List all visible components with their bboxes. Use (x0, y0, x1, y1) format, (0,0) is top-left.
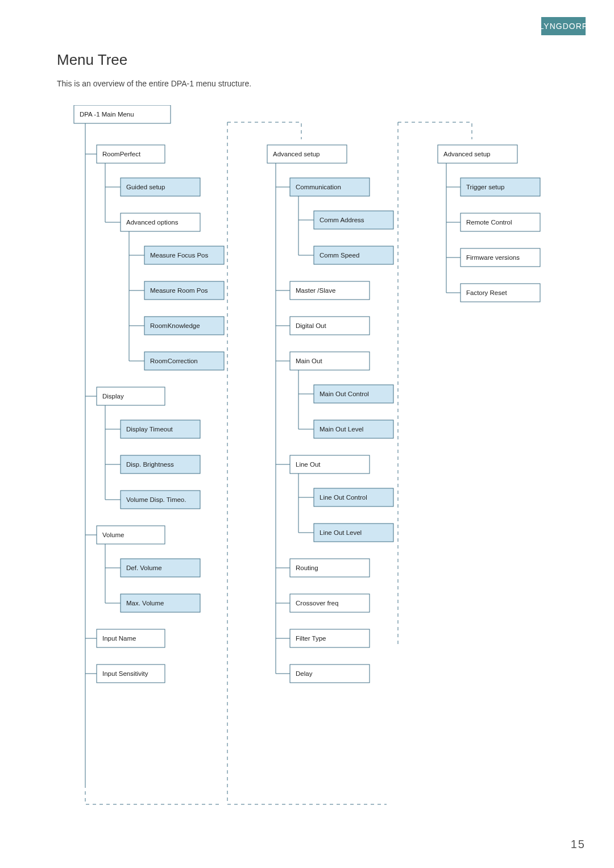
node-Trigger-setup-label: Trigger setup (466, 184, 504, 190)
col1-dashed (85, 784, 222, 804)
root-node-label: DPA -1 Main Menu (80, 111, 134, 118)
node-Volume-label: Volume (102, 531, 124, 538)
node-Delay-label: Delay (296, 670, 313, 677)
node-Main-Out-Control-label: Main Out Control (320, 391, 369, 397)
node-Disp-Brightness-label: Disp. Brightness (126, 461, 174, 468)
node-Measure-Room-Pos-label: Measure Room Pos (150, 287, 208, 294)
menu-tree-diagram: DPA -1 Main MenuRoomPerfectGuided setupA… (51, 105, 597, 810)
col3-advanced-setup-label: Advanced setup (443, 151, 490, 157)
node-Display-Timeout-label: Display Timeout (126, 426, 173, 433)
node-Guided-setup-label: Guided setup (126, 184, 165, 190)
node-Comm-Speed-label: Comm Speed (320, 252, 359, 259)
node-Advanced-options-label: Advanced options (126, 219, 179, 226)
page-number: 15 (571, 838, 586, 851)
brand-logo: LYNGDORF (541, 17, 586, 35)
col2-advanced-setup-label: Advanced setup (273, 151, 320, 157)
node-Factory-Reset-label: Factory Reset (466, 289, 507, 296)
node-Comm-Address-label: Comm Address (320, 217, 364, 223)
brand-text: LYNGDORF (540, 22, 588, 31)
node-Line-Out-Control-label: Line Out Control (320, 494, 367, 501)
node-Measure-Focus-Pos-label: Measure Focus Pos (150, 252, 209, 259)
node-Volume-Disp-Timeo--label: Volume Disp. Timeo. (126, 496, 186, 503)
node-Crossover-freq-label: Crossover freq (296, 600, 338, 607)
node-Line-Out-Level-label: Line Out Level (320, 529, 362, 536)
node-RoomCorrection-label: RoomCorrection (150, 358, 198, 364)
col3-top-dashed (398, 122, 472, 139)
node-Max-Volume-label: Max. Volume (126, 600, 164, 607)
page-title: Menu Tree (57, 51, 580, 69)
col2-top-dashed (227, 122, 301, 139)
node-RoomPerfect-label: RoomPerfect (102, 151, 141, 157)
node-Communication-label: Communication (296, 184, 341, 190)
node-RoomKnowledge-label: RoomKnowledge (150, 322, 200, 329)
node-Remote-Control-label: Remote Control (466, 219, 512, 226)
node-Def-Volume-label: Def. Volume (126, 564, 162, 571)
page-subtitle: This is an overview of the entire DPA-1 … (57, 79, 580, 88)
node-Filter-Type-label: Filter Type (296, 635, 326, 642)
node-Routing-label: Routing (296, 564, 318, 571)
node-Main-Out-label: Main Out (296, 358, 322, 364)
node-Digital-Out-label: Digital Out (296, 322, 326, 329)
node-Main-Out-Level-label: Main Out Level (320, 426, 363, 433)
node-Input-Name-label: Input Name (102, 635, 136, 642)
node-Input-Sensitivity-label: Input Sensitivity (102, 670, 148, 677)
node-Firmware-versions-label: Firmware versions (466, 254, 520, 261)
node-Line-Out-label: Line Out (296, 461, 321, 468)
node-Master-Slave-label: Master /Slave (296, 287, 335, 294)
node-Display-label: Display (102, 393, 124, 400)
